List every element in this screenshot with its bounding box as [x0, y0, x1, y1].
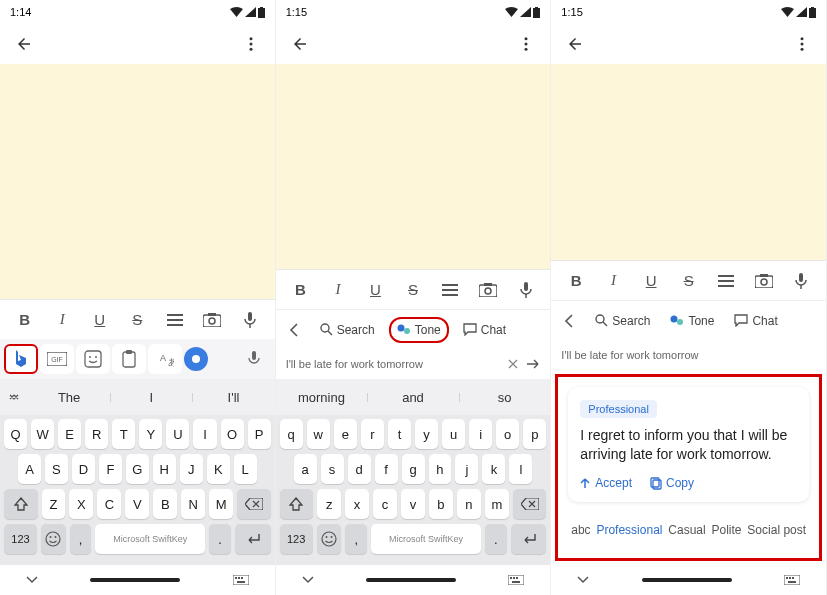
key-d[interactable]: d	[348, 454, 371, 484]
key-enter[interactable]	[511, 524, 547, 554]
key-p[interactable]: P	[248, 419, 271, 449]
tone-tab-socialpost[interactable]: Social post	[747, 523, 806, 537]
key-z[interactable]: Z	[42, 489, 66, 519]
key-u[interactable]: u	[442, 419, 465, 449]
note-body[interactable]	[0, 64, 275, 299]
key-q[interactable]: q	[280, 419, 303, 449]
key-123[interactable]: 123	[280, 524, 313, 554]
key-k[interactable]: k	[482, 454, 505, 484]
strike-button[interactable]: S	[400, 277, 426, 303]
mic-keyboard-button[interactable]	[237, 344, 271, 374]
key-m[interactable]: M	[209, 489, 233, 519]
key-emoji[interactable]	[41, 524, 66, 554]
key-space[interactable]: Microsoft SwiftKey	[371, 524, 481, 554]
key-i[interactable]: i	[469, 419, 492, 449]
key-g[interactable]: g	[402, 454, 425, 484]
suggestion-2[interactable]: I	[110, 390, 192, 405]
key-l[interactable]: l	[509, 454, 532, 484]
key-b[interactable]: B	[153, 489, 177, 519]
list-button[interactable]	[162, 307, 188, 333]
key-i[interactable]: I	[193, 419, 216, 449]
back-button[interactable]	[563, 32, 587, 56]
suggestion-2[interactable]: and	[367, 390, 459, 405]
key-n[interactable]: N	[181, 489, 205, 519]
camera-button[interactable]	[199, 307, 225, 333]
sticker-button[interactable]	[76, 344, 110, 374]
key-b[interactable]: b	[429, 489, 453, 519]
nav-collapse-icon[interactable]	[577, 576, 589, 584]
key-period[interactable]: .	[485, 524, 507, 554]
underline-button[interactable]: U	[638, 268, 664, 294]
underline-button[interactable]: U	[362, 277, 388, 303]
underline-button[interactable]: U	[87, 307, 113, 333]
key-emoji[interactable]	[317, 524, 342, 554]
bold-button[interactable]: B	[563, 268, 589, 294]
key-k[interactable]: K	[207, 454, 230, 484]
key-shift[interactable]	[280, 489, 314, 519]
key-a[interactable]: a	[294, 454, 317, 484]
home-indicator[interactable]	[366, 578, 456, 582]
clipboard-button[interactable]	[112, 344, 146, 374]
bing-input-text[interactable]: I'll be late for work tomorrow	[286, 358, 501, 370]
copy-button[interactable]: Copy	[650, 476, 694, 490]
keyboard-switch-icon[interactable]	[784, 575, 800, 585]
suggestion-1[interactable]: morning	[276, 390, 368, 405]
list-button[interactable]	[437, 277, 463, 303]
clear-icon[interactable]	[508, 359, 518, 369]
gif-button[interactable]: GIF	[40, 344, 74, 374]
key-j[interactable]: J	[180, 454, 203, 484]
keyboard-switch-icon[interactable]	[233, 575, 249, 585]
key-e[interactable]: e	[334, 419, 357, 449]
key-x[interactable]: X	[69, 489, 93, 519]
key-r[interactable]: r	[361, 419, 384, 449]
key-h[interactable]: H	[153, 454, 176, 484]
key-m[interactable]: m	[485, 489, 509, 519]
bing-tone-tab[interactable]: Tone	[389, 317, 449, 343]
nav-collapse-icon[interactable]	[26, 576, 38, 584]
key-w[interactable]: w	[307, 419, 330, 449]
suggestion-3[interactable]: so	[459, 390, 551, 405]
key-l[interactable]: L	[234, 454, 257, 484]
suggestion-3[interactable]: I'll	[192, 390, 274, 405]
tone-tab-professional[interactable]: Professional	[596, 523, 662, 537]
key-f[interactable]: F	[99, 454, 122, 484]
key-d[interactable]: D	[72, 454, 95, 484]
strike-button[interactable]: S	[676, 268, 702, 294]
key-shift[interactable]	[4, 489, 38, 519]
key-p[interactable]: p	[523, 419, 546, 449]
mic-button[interactable]	[513, 277, 539, 303]
accept-button[interactable]: Accept	[580, 476, 632, 490]
key-g[interactable]: G	[126, 454, 149, 484]
key-c[interactable]: C	[97, 489, 121, 519]
bing-chat-tab[interactable]: Chat	[457, 319, 512, 341]
mic-button[interactable]	[788, 268, 814, 294]
bing-search-tab[interactable]: Search	[589, 310, 656, 332]
key-o[interactable]: O	[221, 419, 244, 449]
tone-tab-polite[interactable]: Polite	[712, 523, 742, 537]
key-123[interactable]: 123	[4, 524, 37, 554]
key-space[interactable]: Microsoft SwiftKey	[95, 524, 205, 554]
tone-tab-abc[interactable]: abc	[571, 523, 590, 537]
submit-icon[interactable]	[526, 359, 540, 369]
key-o[interactable]: o	[496, 419, 519, 449]
home-indicator[interactable]	[90, 578, 180, 582]
key-v[interactable]: v	[401, 489, 425, 519]
italic-button[interactable]: I	[49, 307, 75, 333]
bing-icon[interactable]	[4, 344, 38, 374]
more-button[interactable]	[514, 32, 538, 56]
bing-input-text[interactable]: I'll be late for work tomorrow	[561, 349, 816, 361]
key-f[interactable]: f	[375, 454, 398, 484]
key-s[interactable]: s	[321, 454, 344, 484]
translate-button[interactable]: Aあ	[148, 344, 182, 374]
list-button[interactable]	[713, 268, 739, 294]
key-n[interactable]: n	[457, 489, 481, 519]
key-z[interactable]: z	[317, 489, 341, 519]
key-y[interactable]: y	[415, 419, 438, 449]
note-body[interactable]	[551, 64, 826, 260]
tone-tab-casual[interactable]: Casual	[668, 523, 705, 537]
key-r[interactable]: R	[85, 419, 108, 449]
key-q[interactable]: Q	[4, 419, 27, 449]
location-button[interactable]	[184, 347, 208, 371]
key-h[interactable]: h	[429, 454, 452, 484]
key-enter[interactable]	[235, 524, 271, 554]
